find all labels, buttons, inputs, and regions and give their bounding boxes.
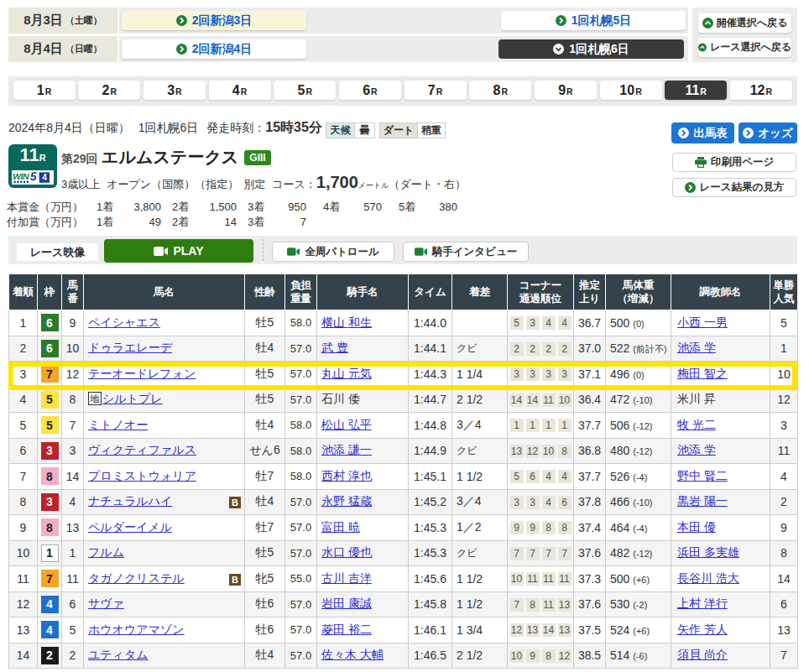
svg-text:5: 5 — [30, 171, 38, 184]
svg-text:WIN: WIN — [13, 173, 30, 183]
svg-text:4: 4 — [42, 173, 47, 182]
